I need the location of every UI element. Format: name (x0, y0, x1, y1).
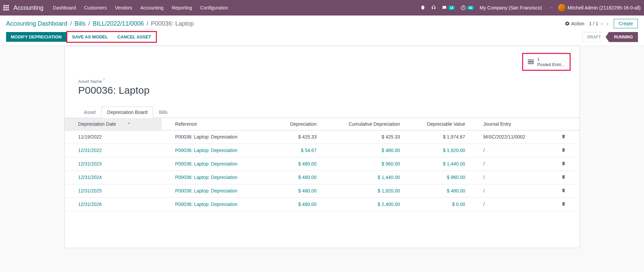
th-cumulative[interactable]: Cumulative Depreciation (321, 118, 405, 130)
activities-badge: 40 (467, 5, 474, 10)
support-icon[interactable] (431, 5, 436, 10)
cell-reference: P00036: Laptop: Depreciation (162, 144, 272, 157)
cell-cumulative: $ 480.00 (321, 144, 405, 157)
sort-asc-icon: ⌃ (127, 122, 131, 127)
modify-depreciation-button[interactable]: MODIFY DEPRECIATION (6, 32, 66, 42)
asset-name[interactable]: P00036: Laptop (78, 85, 566, 96)
trash-icon[interactable] (561, 175, 566, 181)
save-as-model-button[interactable]: SAVE AS MODEL (67, 32, 112, 42)
cell-depreciable: $ 960.00 (405, 171, 470, 184)
trash-icon[interactable] (561, 162, 566, 167)
tab-depreciation-board[interactable]: Depreciation Board (101, 107, 153, 118)
cell-date: 12/31/2024 (65, 171, 162, 184)
table-row[interactable]: 12/31/2024P00036: Laptop: Depreciation$ … (65, 171, 579, 184)
cell-depreciable: $ 1,974.67 (405, 130, 470, 144)
cancel-asset-button[interactable]: CANCEL ASSET (112, 32, 156, 42)
left-actions: MODIFY DEPRECIATION SAVE AS MODEL CANCEL… (6, 31, 157, 43)
breadcrumb-item[interactable]: Accounting Dashboard (6, 20, 67, 27)
cell-delete[interactable] (552, 157, 579, 171)
cell-cumulative: $ 1,440.00 (321, 171, 405, 184)
cell-journal-entry: / (470, 184, 552, 198)
action-label: Action (571, 21, 584, 26)
cell-journal-entry: / (470, 157, 552, 171)
apps-icon[interactable] (3, 5, 9, 10)
cell-reference: P00036: Laptop: Depreciation (162, 184, 272, 198)
cell-reference: P00036: Laptop: Depreciation (162, 198, 272, 211)
trash-icon[interactable] (561, 135, 566, 140)
pager-prev-icon[interactable]: ‹ (600, 20, 604, 27)
status-bar: DRAFT RUNNING (582, 32, 638, 42)
company-switcher[interactable]: My Company (San Francisco) (480, 5, 542, 10)
cell-depreciation: $ 480.00 (272, 198, 321, 211)
cell-delete[interactable] (552, 184, 579, 198)
tab-asset[interactable]: Asset (78, 107, 101, 118)
cell-journal-entry: / (470, 144, 552, 157)
messages-badge: 18 (448, 5, 455, 10)
tabs: Asset Depreciation Board Bills (65, 106, 579, 118)
action-dropdown[interactable]: Action (565, 21, 584, 26)
cell-cumulative: $ 425.33 (321, 130, 405, 144)
app-title[interactable]: Accounting (13, 4, 43, 11)
debug-icon[interactable] (420, 5, 426, 10)
create-button[interactable]: Create (614, 19, 638, 28)
cell-date: 12/31/2025 (65, 184, 162, 198)
th-journal[interactable]: Journal Entry (470, 118, 552, 130)
status-running[interactable]: RUNNING (606, 32, 638, 42)
cell-depreciable: $ 0.00 (405, 198, 470, 211)
pager-next-icon[interactable]: › (606, 20, 609, 27)
cell-date: 12/31/2022 (65, 144, 162, 157)
th-depreciable[interactable]: Depreciable Value (405, 118, 470, 130)
trash-icon[interactable] (561, 148, 566, 154)
trash-icon[interactable] (561, 202, 566, 208)
form-sheet: 1 Posted Entri... Asset Name? P00036: La… (64, 46, 579, 248)
nav-customers[interactable]: Customers (84, 5, 107, 10)
nav-links: Dashboard Customers Vendors Accounting R… (53, 5, 228, 10)
trash-icon[interactable] (561, 189, 566, 194)
pager: 1 / 1 ‹ › (589, 20, 609, 27)
th-date[interactable]: Depreciation Date ⌃ (65, 118, 162, 130)
nav-configuration[interactable]: Configuration (200, 5, 228, 10)
table-row[interactable]: 12/31/2023P00036: Laptop: Depreciation$ … (65, 157, 579, 171)
cell-delete[interactable] (552, 171, 579, 184)
nav-vendors[interactable]: Vendors (115, 5, 132, 10)
control-bar: Accounting Dashboard / Bills / BILL/2022… (0, 16, 644, 46)
nav-reporting[interactable]: Reporting (172, 5, 192, 10)
right-nav: 18 40 My Company (San Francisco) Mitchel… (420, 4, 641, 11)
cell-cumulative: $ 1,920.00 (321, 184, 405, 198)
nav-dashboard[interactable]: Dashboard (53, 5, 76, 10)
breadcrumb-item[interactable]: BILL/2022/11/0006 (93, 20, 144, 27)
posted-entries-button[interactable]: 1 Posted Entri... (522, 53, 571, 71)
nav-accounting[interactable]: Accounting (140, 5, 164, 10)
breadcrumb: Accounting Dashboard / Bills / BILL/2022… (6, 20, 194, 27)
cell-depreciable: $ 480.00 (405, 184, 470, 198)
breadcrumb-current: P00036: Laptop (151, 20, 194, 27)
user-menu[interactable]: Mitchell Admin (21182295-16-0-all) (558, 4, 641, 11)
cell-journal-entry: MISC/2022/11/0002 (470, 130, 552, 144)
table-row[interactable]: 12/31/2026P00036: Laptop: Depreciation$ … (65, 198, 579, 211)
breadcrumb-item[interactable]: Bills (74, 20, 86, 27)
status-draft[interactable]: DRAFT (582, 32, 606, 42)
messages-icon[interactable]: 18 (442, 5, 455, 10)
activities-icon[interactable]: 40 (461, 5, 474, 10)
cell-depreciation: $ 425.33 (272, 130, 321, 144)
table-row[interactable]: 12/31/2022P00036: Laptop: Depreciation$ … (65, 144, 579, 157)
tools-icon[interactable] (547, 5, 553, 10)
cell-depreciation: $ 54.67 (272, 144, 321, 157)
cell-delete[interactable] (552, 198, 579, 211)
help-icon[interactable]: ? (103, 78, 105, 82)
cell-reference: P00036: Laptop: Depreciation (162, 130, 272, 144)
th-reference[interactable]: Reference (162, 118, 272, 130)
table-row[interactable]: 12/31/2025P00036: Laptop: Depreciation$ … (65, 184, 579, 198)
hamburger-icon (528, 60, 534, 64)
cell-delete[interactable] (552, 144, 579, 157)
th-depreciation[interactable]: Depreciation (272, 118, 321, 130)
depreciation-table: Depreciation Date ⌃ Reference Depreciati… (65, 118, 579, 211)
cell-delete[interactable] (552, 130, 579, 144)
table-row[interactable]: 11/19/2022P00036: Laptop: Depreciation$ … (65, 130, 579, 144)
cell-depreciable: $ 1,920.00 (405, 144, 470, 157)
th-actions (552, 118, 579, 130)
cell-date: 12/31/2023 (65, 157, 162, 171)
tab-bills[interactable]: Bills (153, 107, 173, 118)
cell-journal-entry: / (470, 171, 552, 184)
posted-entries-count: 1 (537, 57, 565, 62)
